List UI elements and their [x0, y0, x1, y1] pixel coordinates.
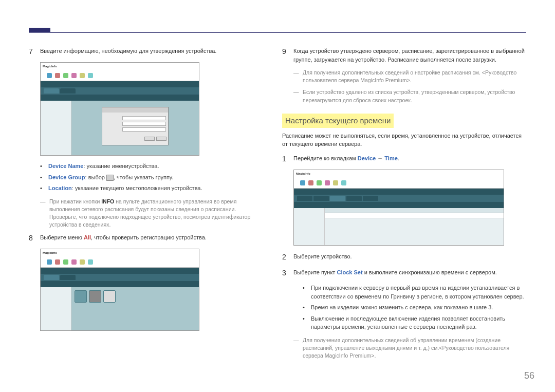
- screenshot-time-tab: MagicInfo: [293, 170, 504, 246]
- time-sub-notes: • При подключении к серверу в первый раз…: [303, 284, 526, 331]
- info-note: ― При нажатии кнопки INFO на пульте дист…: [40, 198, 265, 229]
- approval-dialog: [102, 107, 169, 145]
- step-text: Выберите пункт Clock Set и выполните син…: [293, 268, 526, 278]
- screenshot-approval-dialog: MagicInfo: [40, 62, 199, 156]
- step-7: 7 Введите информацию, необходимую для ут…: [29, 46, 265, 57]
- label-device-name: Device Name: [48, 163, 84, 169]
- bullet-device-name: • Device Name: указание имениустройства.: [40, 162, 265, 171]
- section-title-time: Настройка текущего времени: [282, 114, 394, 128]
- section-intro: Расписание может не выполняться, если вр…: [282, 132, 526, 148]
- step-number: 1: [282, 154, 293, 164]
- time-step-3: 3 Выберите пункт Clock Set и выполните с…: [282, 268, 526, 278]
- tab-time: Time: [384, 155, 397, 161]
- bullet-location: • Location: указание текущего местополож…: [40, 184, 265, 193]
- label-location: Location: [48, 185, 72, 191]
- note-time-guide: ― Для получения дополнительных сведений …: [293, 337, 526, 360]
- step-8: 8 Выберите меню All, чтобы проверить рег…: [29, 233, 265, 244]
- page-number: 56: [524, 369, 534, 383]
- bullet-device-group: • Device Group: выбор , чтобы указать гр…: [40, 173, 265, 182]
- step-number: 3: [282, 268, 293, 278]
- screenshot-device-list: MagicInfo: [40, 249, 199, 331]
- note-device-removed: ― Если устройство удалено из списка устр…: [293, 88, 526, 104]
- time-step-1: 1 Перейдите ко вкладкам Device → Time.: [282, 154, 526, 164]
- field-descriptions: • Device Name: указание имениустройства.…: [40, 162, 265, 193]
- header-rule: [29, 32, 526, 33]
- header-accent: [29, 28, 50, 32]
- step-number: 7: [29, 46, 40, 57]
- label-device-group: Device Group: [48, 174, 85, 180]
- sub-bullet: • Время на изделии можно изменить с серв…: [303, 303, 526, 312]
- step-9: 9 Когда устройство утверждено сервером, …: [282, 46, 526, 64]
- step-number: 8: [29, 233, 40, 244]
- step-text: Выберите устройство.: [293, 252, 526, 263]
- clock-set: Clock Set: [337, 269, 362, 275]
- app-logo: MagicInfo: [296, 172, 310, 176]
- left-column: 7 Введите информацию, необходимую для ут…: [29, 46, 265, 337]
- step-text: Когда устройство утверждено сервером, ра…: [293, 46, 526, 64]
- sub-bullet: • Выключение и последующее включение изд…: [303, 314, 526, 331]
- step-text: Перейдите ко вкладкам Device → Time.: [293, 154, 526, 164]
- time-step-2: 2 Выберите устройство.: [282, 252, 526, 263]
- browse-icon: [106, 175, 114, 181]
- app-logo: MagicInfo: [43, 251, 57, 255]
- step-number: 2: [282, 252, 293, 263]
- sub-bullet: • При подключении к серверу в первый раз…: [303, 284, 526, 301]
- app-logo: MagicInfo: [43, 64, 57, 69]
- step-text: Выберите меню All, чтобы проверить регис…: [40, 233, 265, 244]
- note-schedule-guide: ― Для получения дополнительных сведений …: [293, 69, 526, 84]
- step-number: 9: [282, 46, 293, 64]
- step-text: Введите информацию, необходимую для утве…: [40, 46, 265, 57]
- right-column: 9 Когда устройство утверждено сервером, …: [282, 46, 526, 364]
- tab-device: Device: [358, 155, 376, 161]
- menu-all: All: [84, 234, 91, 240]
- info-key: INFO: [101, 198, 114, 204]
